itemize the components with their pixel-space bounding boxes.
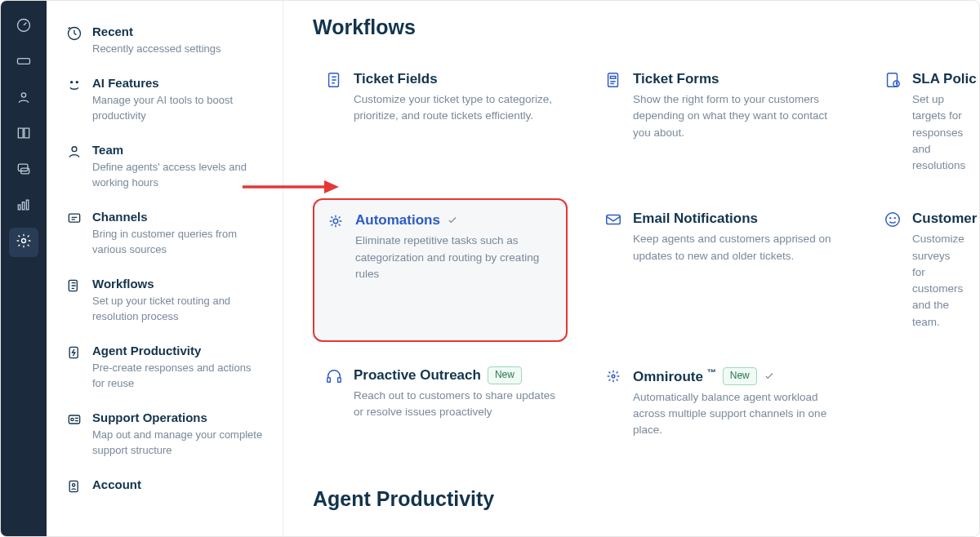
svg-point-17: [71, 418, 74, 420]
svg-rect-1: [18, 59, 30, 64]
cards-row: Automations Eliminate repetitive tasks s…: [313, 198, 979, 342]
card-email-notifications[interactable]: Email Notifications Keep agents and cust…: [592, 198, 847, 342]
svg-point-19: [73, 483, 75, 486]
sidebar-item-team[interactable]: Team Define agents' access levels and wo…: [65, 135, 274, 202]
card-proactive-outreach[interactable]: Proactive Outreach New Reach out to cust…: [313, 355, 568, 450]
section-heading-workflows: Workflows: [313, 16, 979, 39]
sidebar-item-channels[interactable]: Channels Bring in customer queries from …: [65, 202, 274, 269]
card-sla-policies[interactable]: SLA Policies Set up targets for response…: [871, 59, 978, 185]
svg-point-10: [70, 81, 73, 83]
sidebar-item-workflows[interactable]: Workflows Set up your ticket routing and…: [65, 269, 274, 336]
sla-icon: [883, 70, 902, 90]
svg-rect-30: [327, 378, 331, 383]
smile-icon: [883, 210, 902, 229]
cards-row: Canned Responses Pre-create replies to q…: [313, 530, 979, 536]
user-icon: [16, 89, 32, 109]
card-desc: Reach out to customers to share updates …: [354, 388, 556, 421]
sidebar-item-recent[interactable]: Recent Recently accessed settings: [65, 17, 274, 69]
main-content: Workflows Ticket Fields Customize your t…: [283, 1, 979, 536]
card-title: Email Notifications: [633, 210, 835, 228]
svg-rect-13: [69, 214, 79, 222]
sidebar-item-desc: Map out and manage your complete support…: [92, 428, 264, 459]
sidebar-item-title: Channels: [92, 209, 264, 225]
svg-rect-31: [338, 378, 341, 383]
person-icon: [65, 142, 84, 162]
card-ticket-forms[interactable]: Ticket Forms Show the right form to your…: [592, 59, 847, 185]
card-desc: Set up targets for responses and resolut…: [912, 91, 966, 174]
rail-contacts[interactable]: [9, 84, 38, 113]
gauge-icon: [16, 17, 32, 37]
rail-tickets[interactable]: [9, 48, 38, 78]
card-title: Customer S: [912, 210, 966, 228]
message-icon: [65, 209, 84, 229]
spark-icon: [604, 366, 623, 386]
card-customer-satisfaction[interactable]: Customer S Customize surveys for custome…: [871, 198, 978, 342]
svg-point-11: [76, 81, 78, 83]
svg-point-29: [894, 218, 895, 219]
card-canned-responses[interactable]: Canned Responses Pre-create replies to q…: [313, 530, 568, 536]
card-title: SLA Policies: [912, 70, 966, 88]
card-ticket-fields[interactable]: Ticket Fields Customize your ticket type…: [313, 59, 568, 185]
svg-point-12: [72, 147, 77, 152]
sidebar-item-account[interactable]: Account: [65, 470, 274, 508]
sidebar-item-ai[interactable]: AI Features Manage your AI tools to boos…: [65, 69, 274, 135]
sidebar-item-desc: Set up your ticket routing and resolutio…: [92, 294, 264, 325]
sidebar-item-desc: Pre-create responses and actions for reu…: [92, 361, 264, 392]
ai-icon: [65, 75, 84, 95]
svg-rect-5: [18, 205, 20, 210]
sidebar-item-title: Recent: [92, 24, 221, 40]
card-desc: Eliminate repetitive tasks such as categ…: [355, 233, 555, 282]
sidebar-item-title: Workflows: [92, 276, 264, 292]
svg-rect-6: [22, 202, 24, 210]
gear-icon: [16, 233, 32, 252]
card-desc: Customize surveys for customers and the …: [912, 231, 966, 331]
svg-point-28: [890, 218, 891, 219]
svg-point-25: [333, 220, 338, 224]
settings-sidebar: Recent Recently accessed settings AI Fea…: [47, 1, 283, 536]
card-scenario-automations[interactable]: Scenario Au Perform a routine on a ticke…: [871, 530, 978, 536]
svg-point-8: [22, 239, 26, 243]
card-ticket-templates[interactable]: Ticket Templates Allow agents to log new…: [592, 530, 847, 536]
sidebar-item-agent-productivity[interactable]: Agent Productivity Pre-create responses …: [65, 336, 274, 403]
sidebar-item-title: Agent Productivity: [92, 343, 264, 359]
svg-point-2: [21, 93, 25, 97]
svg-rect-7: [26, 200, 29, 210]
fields-icon: [324, 70, 344, 90]
card-title: Ticket Forms: [633, 70, 835, 88]
svg-rect-26: [607, 215, 621, 224]
sidebar-item-desc: Define agents' access levels and working…: [92, 160, 264, 191]
card-omniroute[interactable]: Omniroute ™ New Automatically balance ag…: [592, 355, 847, 450]
rail-chat[interactable]: [9, 156, 38, 185]
sidebar-item-desc: Recently accessed settings: [92, 42, 221, 57]
rail-settings[interactable]: [9, 228, 38, 257]
cards-row: Ticket Fields Customize your ticket type…: [313, 59, 979, 185]
card-desc: Customize your ticket type to categorize…: [354, 91, 556, 125]
section-heading-agent: Agent Productivity: [313, 487, 979, 511]
clock-icon: [65, 24, 84, 43]
sidebar-item-title: AI Features: [92, 75, 264, 91]
sidebar-item-desc: Manage your AI tools to boost productivi…: [92, 93, 264, 124]
card-desc: Show the right form to your customers de…: [633, 91, 835, 141]
card-title: Automations: [355, 211, 555, 229]
chat-icon: [16, 161, 32, 180]
flow-icon: [65, 276, 84, 295]
rail-reports[interactable]: [9, 192, 38, 221]
rail-solutions[interactable]: [9, 120, 38, 149]
card-title: Omniroute ™ New: [633, 366, 835, 386]
sidebar-item-support-ops[interactable]: Support Operations Map out and manage yo…: [65, 403, 274, 470]
chart-icon: [16, 197, 32, 216]
svg-point-27: [886, 213, 900, 227]
rail-dashboard[interactable]: [9, 12, 38, 42]
sidebar-item-desc: Bring in customer queries from various s…: [92, 227, 264, 258]
forms-icon: [604, 70, 623, 90]
book-icon: [16, 125, 32, 144]
gear-flow-icon: [326, 211, 345, 231]
svg-rect-21: [608, 73, 618, 87]
account-icon: [65, 477, 84, 496]
svg-rect-22: [610, 76, 615, 78]
bolt-icon: [65, 343, 84, 362]
card-automations[interactable]: Automations Eliminate repetitive tasks s…: [313, 198, 568, 342]
new-badge: New: [488, 366, 522, 384]
svg-rect-23: [888, 73, 898, 87]
card-title: Proactive Outreach New: [354, 366, 556, 384]
